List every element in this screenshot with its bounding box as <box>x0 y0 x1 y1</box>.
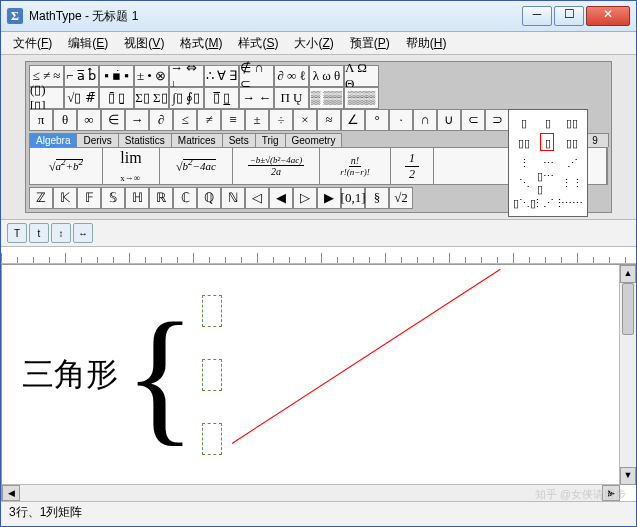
palette-tab[interactable]: Statistics <box>118 133 172 147</box>
ruler[interactable] <box>1 247 636 264</box>
palette-button[interactable]: · <box>389 109 413 131</box>
palette-button[interactable]: θ <box>53 109 77 131</box>
palette-button[interactable]: ▒ ▒▒ <box>309 87 344 109</box>
matrix-option[interactable]: ⋰ <box>561 154 583 172</box>
matrix-option[interactable]: ▯ <box>537 134 559 152</box>
palette-button[interactable]: ▶ <box>317 187 341 209</box>
palette-button[interactable]: ℤ <box>29 187 53 209</box>
palette-button[interactable]: ∠ <box>341 109 365 131</box>
palette-button[interactable]: ℂ <box>173 187 197 209</box>
palette-button[interactable]: (▯) [▯] <box>29 87 64 109</box>
palette-tab[interactable]: Algebra <box>29 133 77 147</box>
palette-button[interactable]: → ⇔ ↓ <box>169 65 204 87</box>
palette-button[interactable]: ≤ <box>173 109 197 131</box>
expr-half[interactable]: 1 2 <box>391 148 434 184</box>
palette-button[interactable]: ∈ <box>101 109 125 131</box>
editor-canvas[interactable]: 三角形 { ▲ ▼ ◀ ▶ <box>1 264 636 501</box>
matrix-picker-popup[interactable]: ▯ ▯ ▯▯ ▯▯ ▯ ▯▯ ⋮ ⋯ ⋰ ⋱ ▯⋯▯ ⋮⋮ ▯⋱▯ ⋮⋰⋮ ⋯⋯ <box>508 109 588 217</box>
palette-button[interactable]: ▪ ▪̇ ▪ <box>99 65 134 87</box>
palette-button[interactable]: ⌐ a̅ b̂ <box>64 65 99 87</box>
palette-button[interactable]: Λ Ω Θ <box>344 65 379 87</box>
palette-button[interactable]: ℍ <box>125 187 149 209</box>
minimize-button[interactable]: ─ <box>522 6 552 26</box>
vertical-scrollbar[interactable]: ▲ ▼ <box>619 265 636 485</box>
scroll-thumb-v[interactable] <box>622 283 634 335</box>
menu-edit[interactable]: 编辑(E) <box>60 33 116 54</box>
palette-button[interactable]: ≡ <box>221 109 245 131</box>
smallbtn-3[interactable]: ↕ <box>51 223 71 243</box>
palette-button[interactable]: ▯̅ ▯̲ <box>204 87 239 109</box>
palette-button[interactable]: ▷ <box>293 187 317 209</box>
palette-button[interactable]: → ← <box>239 87 274 109</box>
expr-quadratic[interactable]: −b±√(b²−4ac) 2a <box>233 148 320 184</box>
palette-button[interactable]: ≠ <box>197 109 221 131</box>
matrix-option[interactable]: ▯ <box>513 114 535 132</box>
palette-button[interactable]: λ ω θ <box>309 65 344 87</box>
palette-tab[interactable]: Derivs <box>76 133 118 147</box>
close-button[interactable]: ✕ <box>586 6 630 26</box>
smallbtn-1[interactable]: T <box>7 223 27 243</box>
palette-button[interactable]: ∫▯ ∮▯ <box>169 87 204 109</box>
palette-button[interactable]: ∂ ∞ ℓ <box>274 65 309 87</box>
expr-binomial[interactable]: n! r!(n−r)! <box>320 148 391 184</box>
palette-button[interactable]: ⊂ <box>461 109 485 131</box>
palette-button[interactable]: ℚ <box>197 187 221 209</box>
palette-button[interactable]: ℝ <box>149 187 173 209</box>
matrix-option[interactable]: ⋮ <box>513 154 535 172</box>
palette-button[interactable]: ≈ <box>317 109 341 131</box>
palette-button[interactable]: ∩ <box>413 109 437 131</box>
expr-limit[interactable]: limx→∞ <box>103 148 160 184</box>
matrix-cell-3[interactable] <box>202 423 222 455</box>
smallbtn-2[interactable]: t <box>29 223 49 243</box>
palette-button[interactable]: √2 <box>389 187 413 209</box>
palette-button[interactable]: [0,1] <box>341 187 365 209</box>
scroll-up-icon[interactable]: ▲ <box>620 265 636 283</box>
palette-button[interactable]: ∞ <box>77 109 101 131</box>
expr-sqrt-disc[interactable]: √b2−4ac <box>160 148 233 184</box>
palette-button[interactable]: ▒▒▒ <box>344 87 379 109</box>
matrix-option[interactable]: ⋮⋮ <box>561 174 583 192</box>
palette-button[interactable]: Π Ų <box>274 87 309 109</box>
palette-button[interactable]: ± <box>245 109 269 131</box>
palette-button[interactable]: ÷ <box>269 109 293 131</box>
matrix-option[interactable]: ▯▯ <box>561 114 583 132</box>
palette-button[interactable]: π <box>29 109 53 131</box>
palette-button[interactable]: 𝕂 <box>53 187 77 209</box>
matrix-option[interactable]: ▯▯ <box>561 134 583 152</box>
palette-button[interactable]: ◁ <box>245 187 269 209</box>
horizontal-scrollbar[interactable]: ◀ ▶ <box>2 484 620 501</box>
matrix-cell-2[interactable] <box>202 359 222 391</box>
palette-tab[interactable]: Geometry <box>285 133 343 147</box>
palette-button[interactable]: 𝔽 <box>77 187 101 209</box>
smallbtn-4[interactable]: ↔ <box>73 223 93 243</box>
palette-button[interactable]: ∴ ∀ ∃ <box>204 65 239 87</box>
matrix-option[interactable]: ▯▯ <box>513 134 535 152</box>
scroll-down-icon[interactable]: ▼ <box>620 467 636 485</box>
matrix-option[interactable]: ▯ <box>537 114 559 132</box>
matrix-cell-1[interactable] <box>202 295 222 327</box>
menu-help[interactable]: 帮助(H) <box>398 33 455 54</box>
matrix-option[interactable]: ▯⋯▯ <box>537 174 559 192</box>
matrix-option[interactable]: ⋯⋯ <box>561 194 583 212</box>
palette-button[interactable]: 𝕊 <box>101 187 125 209</box>
menu-prefs[interactable]: 预置(P) <box>342 33 398 54</box>
palette-tab[interactable]: Trig <box>255 133 286 147</box>
menu-style[interactable]: 样式(S) <box>230 33 286 54</box>
palette-button[interactable]: √▯ #̄ <box>64 87 99 109</box>
maximize-button[interactable]: ☐ <box>554 6 584 26</box>
expr-sqrt-sum[interactable]: √a2+b2 <box>30 148 103 184</box>
palette-button[interactable]: ° <box>365 109 389 131</box>
menu-view[interactable]: 视图(V) <box>116 33 172 54</box>
palette-button[interactable]: ◀ <box>269 187 293 209</box>
palette-button[interactable]: → <box>125 109 149 131</box>
menu-format[interactable]: 格式(M) <box>172 33 230 54</box>
palette-button[interactable]: ∂ <box>149 109 173 131</box>
menu-size[interactable]: 大小(Z) <box>286 33 341 54</box>
palette-button[interactable]: ∪ <box>437 109 461 131</box>
palette-button[interactable]: ∉ ∩ ⊂ <box>239 65 274 87</box>
menu-file[interactable]: 文件(F) <box>5 33 60 54</box>
matrix-option[interactable]: ⋱ <box>513 174 535 192</box>
scroll-left-icon[interactable]: ◀ <box>2 485 20 501</box>
palette-tab[interactable]: Matrices <box>171 133 223 147</box>
palette-button[interactable]: ⊃ <box>485 109 509 131</box>
